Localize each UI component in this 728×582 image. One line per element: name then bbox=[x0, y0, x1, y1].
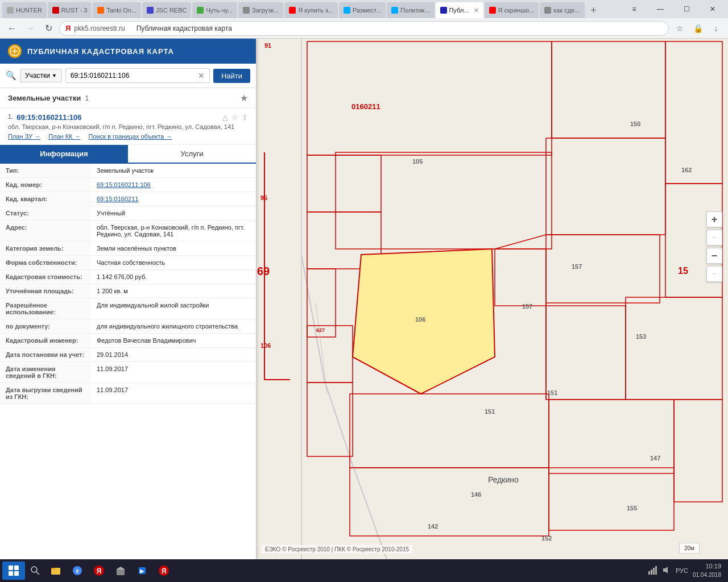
svg-rect-30 bbox=[14, 566, 19, 570]
start-button[interactable] bbox=[2, 562, 25, 580]
search-boundaries-link[interactable]: Поиск в границах объекта → bbox=[89, 133, 172, 140]
svg-point-33 bbox=[31, 567, 37, 572]
tab-politika[interactable]: Политик... bbox=[387, 2, 435, 18]
tab-zagruzka[interactable]: Загрузк... bbox=[238, 2, 283, 18]
plan-zu-link[interactable]: План ЗУ → bbox=[8, 133, 40, 140]
search-icon: 🔍 bbox=[6, 70, 16, 81]
info-label-cost: Кадастровая стоимость: bbox=[0, 270, 91, 284]
yandex-icon: Я bbox=[65, 24, 71, 32]
svg-rect-41 bbox=[117, 569, 125, 575]
tab-hunter[interactable]: HUNTER bbox=[2, 2, 47, 18]
tab-razmesti[interactable]: Размест... bbox=[339, 2, 386, 18]
info-row-category: Категория земель: Земли населённых пункт… bbox=[0, 242, 256, 256]
parcel-up-icon[interactable]: ⇧ bbox=[242, 113, 248, 122]
results-count: 1 bbox=[85, 94, 89, 102]
taskbar-yandex[interactable]: Я bbox=[89, 562, 109, 580]
parcel-triangle-icon: △ bbox=[222, 113, 228, 122]
info-label-area: Уточнённая площадь: bbox=[0, 284, 91, 298]
info-value-cost: 1 142 676,00 руб. bbox=[91, 270, 256, 284]
tab-services[interactable]: Услуги bbox=[128, 145, 256, 163]
info-value-date-reg: 29.01.2014 bbox=[91, 348, 256, 361]
taskbar-extra-app[interactable]: ▶ bbox=[132, 562, 152, 580]
address-domain: pkk5.rosreestr.ru bbox=[74, 24, 125, 32]
taskbar-box[interactable] bbox=[110, 562, 131, 580]
svg-rect-48 bbox=[651, 569, 652, 575]
taskbar-volume-icon bbox=[662, 566, 671, 576]
map-scale: 20м bbox=[679, 543, 700, 554]
window-close-button[interactable]: ✕ bbox=[700, 0, 726, 18]
page-title-address: Публичная кадастровая карта bbox=[136, 24, 232, 32]
svg-rect-47 bbox=[648, 571, 650, 575]
taskbar-datetime: 10:19 01.04.2018 bbox=[693, 562, 721, 579]
tab-skrinshi[interactable]: Я скриншо... bbox=[485, 2, 539, 18]
back-button[interactable]: ← bbox=[5, 21, 19, 36]
info-row-kadkvartal: Кад. квартал: 69:15:0160211 bbox=[0, 192, 256, 206]
parcel-star-icon[interactable]: ☆ bbox=[231, 113, 238, 122]
info-label-date-export: Дата выгрузки сведений из ГКН: bbox=[0, 383, 91, 404]
zoom-in-button[interactable]: + bbox=[706, 211, 722, 227]
tab-jsc[interactable]: JSC REBC bbox=[142, 2, 191, 18]
svg-text:▶: ▶ bbox=[140, 568, 144, 574]
download-icon[interactable]: ↓ bbox=[709, 21, 723, 36]
zoom-out-button[interactable]: − bbox=[706, 248, 722, 264]
tab-close-icon[interactable]: ✕ bbox=[474, 7, 479, 14]
info-label-status: Статус: bbox=[0, 206, 91, 220]
info-value-kadkvartal[interactable]: 69:15:0160211 bbox=[91, 192, 256, 206]
window-menu-button[interactable]: ≡ bbox=[621, 0, 647, 18]
search-input[interactable] bbox=[71, 72, 198, 80]
info-label-kadkvartal: Кад. квартал: bbox=[0, 192, 91, 206]
search-type-selector[interactable]: Участки ▼ bbox=[20, 69, 62, 82]
info-row-kadnomer: Кад. номер: 69:15:0160211:106 bbox=[0, 178, 256, 192]
tab-chut[interactable]: Чуть-чу... bbox=[192, 2, 237, 18]
window-minimize-button[interactable]: — bbox=[647, 0, 673, 18]
tab-publik[interactable]: Публ... ✕ bbox=[436, 2, 483, 18]
tab-info[interactable]: Информация bbox=[0, 145, 128, 163]
tab-zagruzka-label: Загрузк... bbox=[252, 7, 279, 14]
tab-tanki[interactable]: Tanki On... bbox=[93, 2, 141, 18]
more-options-button[interactable]: ··· bbox=[706, 266, 722, 282]
svg-rect-49 bbox=[653, 568, 655, 575]
tab-kak[interactable]: как сде... bbox=[540, 2, 584, 18]
window-maximize-button[interactable]: ☐ bbox=[673, 0, 700, 18]
plan-kk-link[interactable]: План КК → bbox=[48, 133, 80, 140]
layers-button[interactable]: ··· bbox=[706, 230, 722, 246]
svg-text:e: e bbox=[76, 568, 79, 574]
taskbar-network-icon bbox=[648, 566, 657, 576]
info-row-date-export: Дата выгрузки сведений из ГКН: 11.09.201… bbox=[0, 383, 256, 404]
info-value-kadnomer[interactable]: 69:15:0160211:106 bbox=[91, 178, 256, 192]
tab-kupit[interactable]: Я купить з... bbox=[284, 2, 338, 18]
tab-rust-label: RUST - 3 bbox=[61, 7, 88, 14]
dropdown-arrow-icon: ▼ bbox=[52, 73, 57, 78]
info-row-date-change: Дата изменения сведений в ГКН: 11.09.201… bbox=[0, 362, 256, 383]
tab-tanki-label: Tanki On... bbox=[106, 7, 136, 14]
info-value-area: 1 200 кв. м bbox=[91, 284, 256, 298]
parcel-number: 1. bbox=[8, 113, 13, 120]
parcel-id[interactable]: 69:15:0160211:106 bbox=[16, 113, 81, 122]
taskbar-browser[interactable]: e bbox=[67, 562, 88, 580]
tab-jsc-label: JSC REBC bbox=[156, 7, 187, 14]
info-value-address: обл. Тверская, р-н Конаковский, г/п п. Р… bbox=[91, 221, 256, 241]
parcel-address: обл. Тверская, р-н Конаковский, г/п п. Р… bbox=[8, 123, 248, 130]
tab-rust[interactable]: RUST - 3 bbox=[48, 2, 92, 18]
search-clear-icon[interactable]: ✕ bbox=[198, 71, 205, 80]
panel-logo-text: ПУБЛИЧНАЯ КАДАСТРОВАЯ КАРТА bbox=[27, 47, 174, 56]
info-value-date-export: 11.09.2017 bbox=[91, 383, 256, 404]
refresh-button[interactable]: ↻ bbox=[41, 21, 56, 36]
search-button[interactable]: Найти bbox=[213, 69, 250, 83]
map-copyright: ЕЭКО © Росреестр 2010 | ПКК © Росреестр … bbox=[262, 545, 412, 554]
svg-line-34 bbox=[36, 572, 39, 575]
taskbar-lang-label[interactable]: РУС bbox=[676, 567, 688, 574]
svg-marker-42 bbox=[116, 567, 125, 569]
info-row-ownership: Форма собственности: Частная собственнос… bbox=[0, 256, 256, 270]
info-label-date-reg: Дата постановки на учет: bbox=[0, 348, 91, 361]
forward-button[interactable]: → bbox=[23, 21, 38, 36]
taskbar-search-icon[interactable] bbox=[26, 562, 44, 580]
taskbar-yandex2[interactable]: Я bbox=[154, 562, 174, 580]
tab-kak-label: как сде... bbox=[553, 7, 580, 14]
new-tab-button[interactable]: + bbox=[586, 2, 602, 18]
tab-skrinshi-label: Я скриншо... bbox=[498, 7, 535, 14]
favorite-star-icon[interactable]: ★ bbox=[240, 93, 248, 103]
info-label-date-change: Дата изменения сведений в ГКН: bbox=[0, 362, 91, 383]
taskbar-file-manager[interactable] bbox=[46, 562, 66, 580]
bookmark-icon[interactable]: ☆ bbox=[672, 21, 687, 36]
